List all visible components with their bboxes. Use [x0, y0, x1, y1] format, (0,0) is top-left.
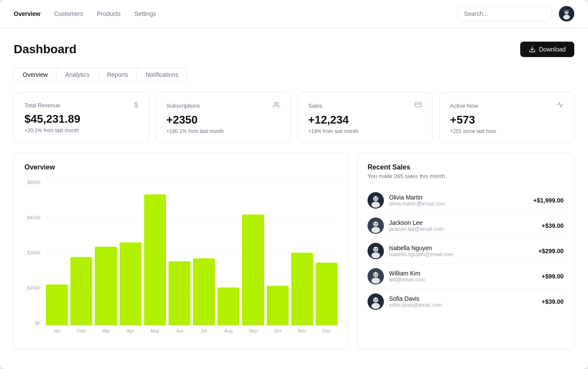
sale-info: Sofia Davis sofia.davis@email.com — [389, 295, 537, 308]
sale-name: Isabella Nguyen — [389, 245, 533, 251]
stat-card-active: Active Now +573 +201 since last hour — [439, 92, 574, 142]
bar-sep — [242, 215, 264, 325]
y-label-3000: $3000 — [24, 250, 44, 255]
y-label-4500: $4500 — [24, 215, 44, 220]
sale-email: will@email.com — [389, 277, 537, 283]
chart-title: Overview — [24, 163, 338, 171]
nav-item-settings[interactable]: Settings — [134, 10, 156, 17]
x-label-jun: Jun — [169, 328, 190, 333]
sale-item: William Kim will@email.com +$99.00 — [368, 264, 564, 289]
sale-item: Jackson Lee jackson.lee@email.com +$39.0… — [368, 213, 564, 239]
download-button[interactable]: Download — [520, 42, 574, 57]
sales-list: Olivia Martin olivia.martin@email.com +$… — [368, 188, 564, 314]
stat-card-revenue: Total Revenue $ $45,231.89 +20.1% from l… — [14, 92, 149, 142]
svg-point-16 — [371, 227, 380, 233]
sale-avatar — [368, 293, 384, 310]
page-title: Dashboard — [14, 42, 76, 56]
stat-change-revenue: +20.1% from last month — [24, 127, 138, 133]
svg-point-18 — [376, 223, 377, 224]
sale-info: William Kim will@email.com — [389, 270, 537, 283]
x-label-aug: Aug — [217, 328, 239, 333]
svg-point-13 — [376, 197, 377, 198]
svg-point-3 — [565, 11, 566, 12]
sale-item: Sofia Davis sofia.davis@email.com +$39.0… — [368, 289, 564, 314]
svg-point-11 — [371, 202, 380, 208]
svg-point-27 — [374, 273, 375, 274]
stat-change-subscriptions: +180.1% from last month — [166, 128, 280, 134]
x-labels: JanFebMarAprMayJunJulAugSepOctNovDec — [46, 328, 338, 333]
sale-email: isabella.nguyen@email.com — [389, 251, 533, 257]
sale-avatar — [368, 218, 384, 234]
stat-label-sales: Sales — [308, 103, 323, 109]
sale-amount: +$39.00 — [542, 298, 564, 305]
svg-point-2 — [563, 15, 570, 19]
bar-feb — [70, 257, 92, 325]
navbar: Overview Customers Products Settings — [0, 0, 588, 28]
recent-sales-subtitle: You made 265 sales this month. — [368, 173, 564, 179]
y-label-6000: $6000 — [24, 180, 44, 185]
page-header: Dashboard Download — [14, 42, 574, 57]
y-axis: $6000 $4500 $3000 $1500 $0 — [24, 180, 44, 326]
recent-sales-title: Recent Sales — [368, 163, 564, 171]
activity-icon — [557, 101, 564, 110]
avatar[interactable] — [559, 6, 574, 21]
bar-wrapper — [291, 180, 313, 325]
tab-bar: Overview Analytics Reports Notifications — [14, 67, 187, 82]
svg-point-10 — [373, 196, 378, 201]
sale-avatar — [368, 243, 384, 259]
chart-card: Overview $6000 $4500 $3000 $1500 $0 — [14, 153, 348, 349]
stat-label-revenue: Total Revenue — [24, 102, 60, 109]
bar-wrapper — [144, 180, 166, 325]
sale-info: Olivia Martin olivia.martin@email.com — [389, 194, 528, 207]
sale-name: William Kim — [389, 270, 537, 277]
svg-point-4 — [567, 11, 568, 12]
sale-item: Isabella Nguyen isabella.nguyen@email.co… — [368, 239, 564, 264]
bar-wrapper — [242, 180, 264, 325]
bar-jan — [46, 284, 68, 325]
main-content: Dashboard Download Overview Analytics Re… — [0, 28, 588, 363]
x-label-jul: Jul — [193, 328, 215, 333]
bars-container — [46, 180, 338, 326]
x-label-mar: Mar — [95, 328, 117, 333]
stat-change-active: +201 since last hour — [450, 128, 564, 134]
nav-item-customers[interactable]: Customers — [54, 10, 83, 17]
sale-avatar — [368, 192, 384, 209]
sale-email: sofia.davis@email.com — [389, 302, 537, 308]
recent-sales-card: Recent Sales You made 265 sales this mon… — [357, 153, 574, 349]
dollar-icon: $ — [134, 101, 138, 109]
bar-wrapper — [193, 180, 215, 325]
x-label-dec: Dec — [316, 328, 338, 333]
x-label-sep: Sep — [242, 328, 264, 333]
sale-name: Sofia Davis — [389, 295, 537, 302]
tab-overview[interactable]: Overview — [14, 68, 57, 82]
bar-nov — [291, 253, 313, 326]
stat-value-revenue: $45,231.89 — [24, 112, 138, 126]
bar-wrapper — [46, 180, 68, 325]
bar-mar — [95, 247, 117, 325]
chart-area: $6000 $4500 $3000 $1500 $0 JanFebMarAprM… — [24, 180, 338, 339]
bar-wrapper — [217, 180, 239, 325]
tab-analytics[interactable]: Analytics — [57, 68, 98, 82]
stat-card-subscriptions: Subscriptions +2350 +180.1% from last mo… — [156, 92, 291, 142]
stat-change-sales: +19% from last month — [308, 128, 422, 134]
tab-reports[interactable]: Reports — [98, 68, 137, 82]
x-label-jan: Jan — [46, 328, 68, 333]
svg-point-12 — [374, 197, 375, 198]
bar-oct — [267, 286, 289, 325]
svg-point-26 — [371, 278, 380, 284]
x-label-apr: Apr — [120, 328, 142, 333]
svg-point-17 — [374, 223, 375, 224]
bar-wrapper — [70, 180, 92, 325]
y-label-0: $0 — [24, 321, 44, 326]
svg-point-21 — [371, 252, 380, 258]
tab-notifications[interactable]: Notifications — [137, 68, 187, 82]
x-label-nov: Nov — [291, 328, 313, 333]
nav-item-overview[interactable]: Overview — [14, 10, 40, 17]
bar-wrapper — [120, 180, 142, 325]
sale-email: jackson.lee@email.com — [389, 226, 537, 232]
stat-label-subscriptions: Subscriptions — [166, 103, 200, 109]
bar-jun — [169, 261, 190, 325]
nav-item-products[interactable]: Products — [97, 10, 121, 17]
search-input[interactable] — [458, 6, 552, 21]
svg-point-15 — [373, 221, 378, 227]
